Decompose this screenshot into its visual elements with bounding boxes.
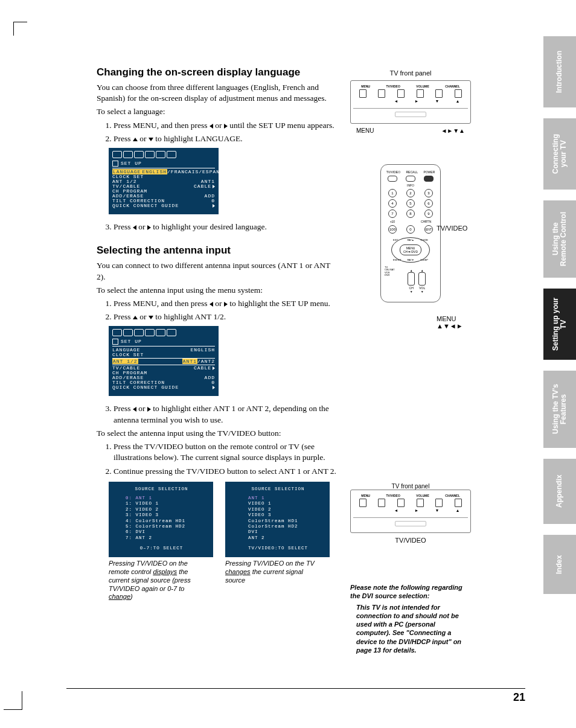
step-1: Press MENU, and then press or to highlig… [114,298,338,309]
down-arrow-icon [149,316,153,319]
step-3: Press or to highlight either ANT 1 or AN… [114,403,338,425]
vol-rocker [418,272,426,286]
source-selection-row: SOURCE SELECTION 0: ANT 11: VIDEO 12: VI… [109,482,338,602]
volume-down-button [397,89,405,98]
remote-side-label-tvvideo: TV/VIDEO [437,225,467,232]
step-1: Press MENU, and then press or until the … [114,120,338,131]
source-list: 0: ANT 11: VIDEO 12: VIDEO 23: VIDEO 34:… [115,496,208,541]
steps-select-language: Press MENU, and then press or until the … [97,120,338,144]
submenu-arrow-icon [213,185,215,188]
steps-antenna-tvvideo: Press the TV/VIDEO button on the remote … [97,441,338,477]
power-button [424,176,434,182]
submenu-arrow-icon [213,204,215,208]
osd-setup-language: SET UP LANGUAGEENGLISH/FRANCAIS/ESPANOL … [109,148,219,214]
tab-remote: Using the Remote Control [543,200,576,278]
tab-index: Index [543,535,576,594]
source-list: ANT 1VIDEO 1VIDEO 2VIDEO 3ColorStream HD… [231,496,325,541]
step-1: Press the TV/VIDEO button on the remote … [114,441,338,463]
submenu-arrow-icon [213,366,215,370]
heading-antenna-input: Selecting the antenna input [97,244,338,257]
navigation-pad: EXIT FAV▲ GUIDE MENUCH▼/DVD ENTER FAV▼ S… [391,237,430,263]
tab-connecting: Connecting your TV [543,118,576,190]
setup-icon [112,161,118,167]
lead-antenna-tvvideo: To select the antenna input using the TV… [97,428,338,439]
page-number: 21 [66,688,525,704]
panel-under-label: TV/VIDEO [350,537,471,544]
step-3: Press or to highlight your desired langu… [114,222,338,232]
tab-features: Using the TV's Features [543,371,576,448]
osd-tab-icons [112,329,215,336]
tab-introduction: Introduction [543,36,576,107]
menu-button [359,89,366,98]
chapter-tabs: Introduction Connecting your TV Using th… [543,36,576,594]
tab-appendix: Appendix [543,459,576,524]
page-content: Changing the on-screen display language … [0,0,576,728]
steps-antenna-menu: Press MENU, and then press or to highlig… [97,298,338,322]
ch-rocker [408,272,415,286]
down-arrow-icon [149,138,153,141]
step-2: Press or to highlight LANGUAGE. [114,133,338,144]
channel-down-button [435,89,443,98]
up-arrow-icon [133,138,138,141]
osd-tab-icons [112,151,215,158]
intro-osd-language: You can choose from three different lang… [97,82,338,104]
up-arrow-icon [133,316,138,319]
illustration-tv-panel-2: TV front panel MENU TV/VIDEO VOLUME CHAN… [350,483,471,544]
volume-up-button [417,89,424,98]
setup-icon [112,339,118,345]
dvi-note: Please note the following regarding the … [350,583,471,654]
step-2: Continue pressing the TV/VIDEO button to… [114,466,338,477]
submenu-arrow-icon [213,386,215,389]
lead-antenna-menu: To select the antenna input using the me… [97,285,338,296]
osd-setup-ant: SET UP LANGUAGEENGLISH CLOCK SET ANT 1/2… [109,326,219,396]
caption-tv: Pressing TV/VIDEO on the TV changes the … [225,560,319,584]
source-selection-tv: SOURCE SELECTION ANT 1VIDEO 1VIDEO 2VIDE… [225,482,330,602]
source-selection-remote: SOURCE SELECTION 0: ANT 11: VIDEO 12: VI… [109,482,213,602]
channel-up-button [455,89,462,98]
steps-select-language-cont: Press or to highlight your desired langu… [97,222,338,232]
caption-remote: Pressing TV/VIDEO on the remote control … [109,560,202,601]
lead-select-language: To select a language: [97,106,338,117]
tab-setting-up: Setting up your TV [543,289,576,360]
steps-antenna-menu-cont: Press or to highlight either ANT 1 or AN… [97,403,338,425]
tvvideo-button [388,176,397,182]
intro-antenna: You can connect to two different antenna… [97,260,338,282]
step-2: Press or to highlight ANT 1/2. [114,311,338,322]
heading-osd-language: Changing the on-screen display language [97,66,338,78]
illustration-tv-panel-1: TV front panel MENU TV/VIDEO VOLUME CHAN… [350,69,471,302]
tvvideo-button [378,89,385,98]
illustration-remote-control: TV/VIDEORECALLPOWER INFO 123 456 789 +10… [380,164,441,302]
recall-button [406,176,415,182]
main-text-column: Changing the on-screen display language … [97,66,338,601]
remote-side-label-menu: MENU ▲▼◄► [437,315,463,330]
